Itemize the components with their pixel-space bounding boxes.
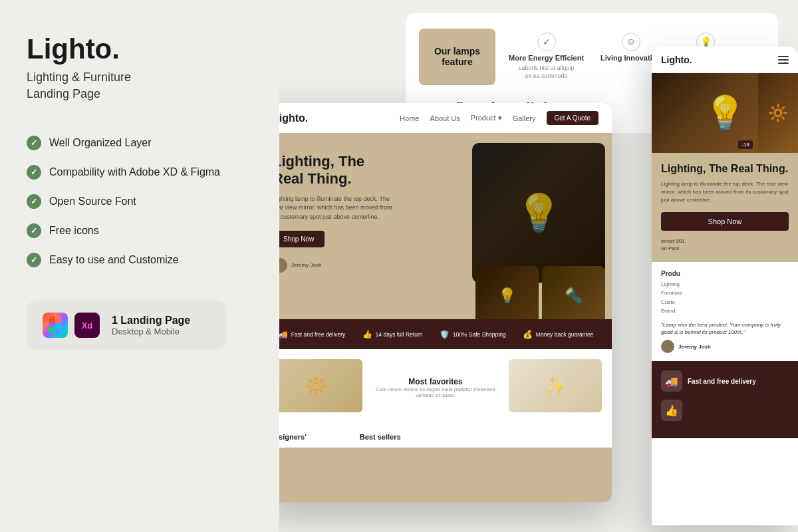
mobile-delivery-item-1: 🚚 Fast and free delivery bbox=[661, 370, 789, 392]
brand-subtitle: Lighting & Furniture Landing Page bbox=[27, 69, 253, 102]
mobile-delivery-section: 🚚 Fast and free delivery 👍 bbox=[652, 361, 798, 438]
mobile-testimonial-section: Produ LightingFurnitureCustoBrand "Lamp … bbox=[652, 262, 798, 362]
product-image-2: ✨ bbox=[509, 359, 602, 412]
feature-bar-delivery-label: Fast and free delivery bbox=[291, 331, 346, 338]
mobile-hero-image: 💡 🔆 -18 bbox=[652, 73, 798, 153]
xd-icon: Xd bbox=[74, 313, 100, 338]
most-favorites-sub: Cum cillum dolore eu fugiat nulla pariat… bbox=[370, 386, 501, 398]
features-list: Well Organized Layer Compability with Ad… bbox=[27, 136, 253, 267]
delivery-truck-icon: 🚚 bbox=[661, 370, 682, 392]
mobile-address-line1: street 901 bbox=[661, 237, 789, 245]
mobile-address-line2: on Park bbox=[661, 245, 789, 252]
nav-home[interactable]: Home bbox=[400, 114, 419, 122]
hamburger-line-3 bbox=[778, 63, 789, 64]
mobile-product-label: Produ bbox=[661, 270, 789, 277]
feature-item-2: Compability with Adobe XD & Figma bbox=[27, 165, 253, 180]
brand-title: Lighto. bbox=[27, 33, 253, 65]
number-badge: -18 bbox=[738, 140, 753, 149]
mobile-avatar bbox=[661, 340, 674, 353]
mobile-testimonial-text: "Lamp was the best product. Your company… bbox=[661, 321, 789, 336]
brand-subtitle-line2: Landing Page bbox=[27, 87, 100, 100]
mobile-author-name: Jeremy Josh bbox=[678, 344, 711, 350]
mobile-shop-button[interactable]: Shop Now bbox=[661, 212, 789, 231]
feature-bar-delivery: 🚚 Fast and free delivery bbox=[278, 330, 346, 339]
check-icon-2 bbox=[27, 165, 41, 180]
tools-badge: Xd 1 Landing Page Desktop & Mobile bbox=[27, 301, 226, 350]
desktop-features-bar: 🚚 Fast and free delivery 👍 14 days full … bbox=[259, 319, 612, 349]
mobile-lamp-icon-2: 🔆 bbox=[768, 104, 788, 122]
nav-about[interactable]: About Us bbox=[430, 114, 460, 122]
delivery-label-1: Fast and free delivery bbox=[688, 378, 756, 385]
desktop-hero-desc: Lighting lamp to illuminate the top deck… bbox=[273, 195, 392, 222]
mobile-lamp-icon: 💡 bbox=[704, 94, 745, 132]
lamp-small-image-1: 🔦 bbox=[542, 266, 605, 319]
feature-bar-return: 👍 14 days full Return bbox=[362, 330, 423, 339]
feature-label-4: Free icons bbox=[49, 225, 99, 237]
lamp-main-image: 💡 bbox=[472, 143, 605, 283]
hamburger-line-2 bbox=[778, 59, 789, 61]
desktop-shop-button[interactable]: Shop Now bbox=[273, 231, 325, 247]
desktop-nav: Lighto. Home About Us Product ▾ Gallery … bbox=[259, 103, 612, 133]
benefit-icon-1: ✓ bbox=[537, 33, 556, 51]
desktop-testimonial: Jeremy Josh bbox=[273, 258, 392, 273]
feature-bar-safe: 🛡️ 100% Safe Shopping bbox=[440, 330, 506, 339]
section-label-sellers: Best sellers bbox=[360, 433, 401, 441]
mobile-hero-title: Lighting, The Real Thing. bbox=[661, 162, 789, 175]
mobile-testimonial-author: Jeremy Josh bbox=[661, 340, 789, 353]
check-icon-1 bbox=[27, 136, 41, 150]
most-favorites-title: Most favorites bbox=[408, 377, 462, 386]
desktop-hero-title: Lighting, The Real Thing. bbox=[273, 153, 392, 188]
mobile-delivery-item-2: 👍 bbox=[661, 400, 789, 421]
feature-bar-money: 💰 Money back guarantee bbox=[523, 330, 593, 339]
mobile-brand: Lighto. bbox=[661, 55, 692, 65]
lamp-small-image-2: 💡 bbox=[475, 266, 539, 319]
nav-gallery[interactable]: Gallery bbox=[513, 114, 536, 122]
safe-icon: 🛡️ bbox=[440, 330, 450, 339]
feature-bar-return-label: 14 days full Return bbox=[376, 331, 423, 338]
check-icon-3 bbox=[27, 194, 41, 209]
left-panel: Lighto. Lighting & Furniture Landing Pag… bbox=[0, 0, 279, 532]
desktop-products-section: 🔆 Most favorites Cum cillum dolore eu fu… bbox=[259, 349, 612, 426]
desktop-preview: Lighto. Home About Us Product ▾ Gallery … bbox=[259, 103, 612, 502]
mobile-hero-content: Lighting, The Real Thing. Lighting lamp … bbox=[652, 153, 798, 262]
benefit-icon-2: ☺ bbox=[622, 33, 640, 51]
product-card-1: 🔆 bbox=[269, 359, 362, 416]
mobile-preview: Lighto. 💡 🔆 -18 Lighting, The Real Thing… bbox=[652, 47, 798, 525]
product-image-1: 🔆 bbox=[269, 359, 362, 412]
product-center-label: Most favorites Cum cillum dolore eu fugi… bbox=[370, 359, 501, 416]
feature-item-5: Easy to use and Customize bbox=[27, 253, 253, 267]
benefits-card: Our lamps feature bbox=[419, 29, 495, 85]
feature-label-3: Open Source Font bbox=[49, 196, 136, 207]
feature-item-4: Free icons bbox=[27, 223, 253, 238]
feature-item-1: Well Organized Layer bbox=[27, 136, 253, 150]
desktop-nav-links: Home About Us Product ▾ Gallery Get A Qu… bbox=[400, 111, 598, 125]
mobile-address: street 901 on Park bbox=[661, 237, 789, 252]
mobile-right-image: 🔆 bbox=[758, 73, 798, 153]
nav-product[interactable]: Product ▾ bbox=[471, 114, 502, 122]
tools-sub: Desktop & Mobile bbox=[112, 327, 190, 336]
tools-count: 1 Landing Page bbox=[112, 315, 190, 327]
hamburger-menu[interactable] bbox=[778, 56, 789, 64]
product-card-2: ✨ bbox=[509, 359, 602, 416]
benefits-card-label: Our lamps feature bbox=[424, 46, 490, 67]
feature-label-5: Easy to use and Customize bbox=[49, 254, 179, 266]
mobile-hero-desc: Lighting lamp to illuminate the top deck… bbox=[661, 180, 789, 204]
benefit-desc-1: Laboris nisi ut aliquip ex ea commodo bbox=[517, 65, 577, 80]
svg-point-0 bbox=[55, 323, 62, 330]
benefit-label-1: More Energy Efficient bbox=[509, 54, 584, 62]
brand-subtitle-line1: Lighting & Furniture bbox=[27, 70, 131, 84]
feature-bar-money-label: Money back guarantee bbox=[536, 331, 593, 338]
feature-bar-safe-label: 100% Safe Shopping bbox=[453, 331, 506, 338]
benefit-item-1: ✓ More Energy Efficient Laboris nisi ut … bbox=[509, 33, 584, 80]
feature-item-3: Open Source Font bbox=[27, 194, 253, 209]
desktop-hero-text: Lighting, The Real Thing. Lighting lamp … bbox=[273, 153, 392, 299]
check-icon-4 bbox=[27, 223, 41, 238]
tool-icons: Xd bbox=[43, 313, 100, 338]
hamburger-line-1 bbox=[778, 56, 789, 57]
desktop-hero: Lighting, The Real Thing. Lighting lamp … bbox=[259, 133, 612, 319]
desktop-section-labels: Designers' Best sellers bbox=[259, 426, 612, 448]
tools-text: 1 Landing Page Desktop & Mobile bbox=[112, 315, 190, 336]
money-icon: 💰 bbox=[523, 330, 533, 339]
feature-label-1: Well Organized Layer bbox=[49, 137, 152, 149]
nav-cta-button[interactable]: Get A Quote bbox=[547, 111, 598, 125]
